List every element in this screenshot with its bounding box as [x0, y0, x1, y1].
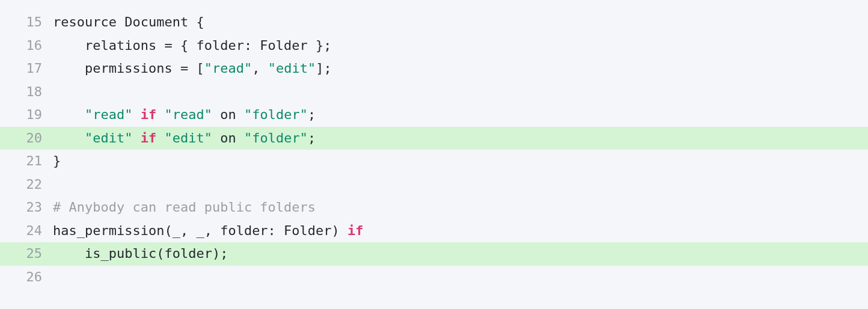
code-line: 26	[0, 266, 868, 289]
code-content	[53, 266, 868, 289]
code-content	[53, 173, 868, 197]
code-token	[132, 107, 140, 122]
code-token: "read"	[85, 107, 132, 122]
code-token: if	[141, 107, 157, 122]
code-line: 21}	[0, 150, 868, 173]
code-token	[53, 130, 85, 145]
line-number: 21	[0, 150, 53, 173]
code-content: "edit" if "edit" on "folder";	[53, 127, 868, 150]
code-token: "read"	[204, 61, 252, 76]
code-token: if	[141, 130, 157, 145]
code-token: ;	[308, 130, 316, 145]
code-line: 24has_permission(_, _, folder: Folder) i…	[0, 219, 868, 243]
code-block: 15resource Document {16 relations = { fo…	[0, 11, 868, 289]
code-token: }	[53, 153, 61, 168]
line-number: 16	[0, 34, 53, 58]
code-content: "read" if "read" on "folder";	[53, 103, 868, 127]
code-token: # Anybody can read public folders	[53, 200, 316, 215]
line-number: 22	[0, 173, 53, 197]
line-number: 25	[0, 242, 53, 266]
line-number: 24	[0, 219, 53, 243]
line-number: 15	[0, 11, 53, 34]
code-token	[132, 130, 140, 145]
line-number: 18	[0, 81, 53, 104]
code-token: ];	[316, 61, 332, 76]
code-token	[156, 107, 164, 122]
code-token: ;	[308, 107, 316, 122]
code-token: on	[212, 107, 244, 122]
code-token: if	[347, 223, 364, 238]
code-content: relations = { folder: Folder };	[53, 34, 868, 58]
code-token: ,	[252, 61, 268, 76]
line-number: 26	[0, 266, 53, 289]
code-content: resource Document {	[53, 11, 868, 34]
line-number: 17	[0, 57, 53, 81]
code-line: 18	[0, 81, 868, 104]
code-token: resource Document {	[53, 14, 204, 29]
code-token: "folder"	[244, 130, 308, 145]
code-token	[156, 130, 164, 145]
code-token: relations = { folder: Folder };	[53, 38, 332, 53]
code-token: "edit"	[85, 130, 132, 145]
code-token: "read"	[164, 107, 212, 122]
code-line: 23# Anybody can read public folders	[0, 196, 868, 219]
code-content: is_public(folder);	[53, 242, 868, 266]
code-token: "edit"	[268, 61, 316, 76]
code-token: permissions = [	[53, 61, 204, 76]
code-line: 22	[0, 173, 868, 197]
code-line: 15resource Document {	[0, 11, 868, 34]
code-token: "folder"	[244, 107, 308, 122]
code-token: on	[212, 130, 244, 145]
code-content: # Anybody can read public folders	[53, 196, 868, 219]
code-token: is_public(folder);	[53, 246, 228, 261]
line-number: 19	[0, 103, 53, 127]
code-content: has_permission(_, _, folder: Folder) if	[53, 219, 868, 243]
code-line: 17 permissions = ["read", "edit"];	[0, 57, 868, 81]
code-line: 19 "read" if "read" on "folder";	[0, 103, 868, 127]
code-line: 25 is_public(folder);	[0, 242, 868, 266]
code-line: 16 relations = { folder: Folder };	[0, 34, 868, 58]
code-content	[53, 81, 868, 104]
code-content: permissions = ["read", "edit"];	[53, 57, 868, 81]
line-number: 23	[0, 196, 53, 219]
code-token: "edit"	[164, 130, 212, 145]
code-content: }	[53, 150, 868, 173]
code-token	[53, 107, 85, 122]
code-token: has_permission(_, _, folder: Folder)	[53, 223, 347, 238]
code-line: 20 "edit" if "edit" on "folder";	[0, 127, 868, 150]
line-number: 20	[0, 127, 53, 150]
